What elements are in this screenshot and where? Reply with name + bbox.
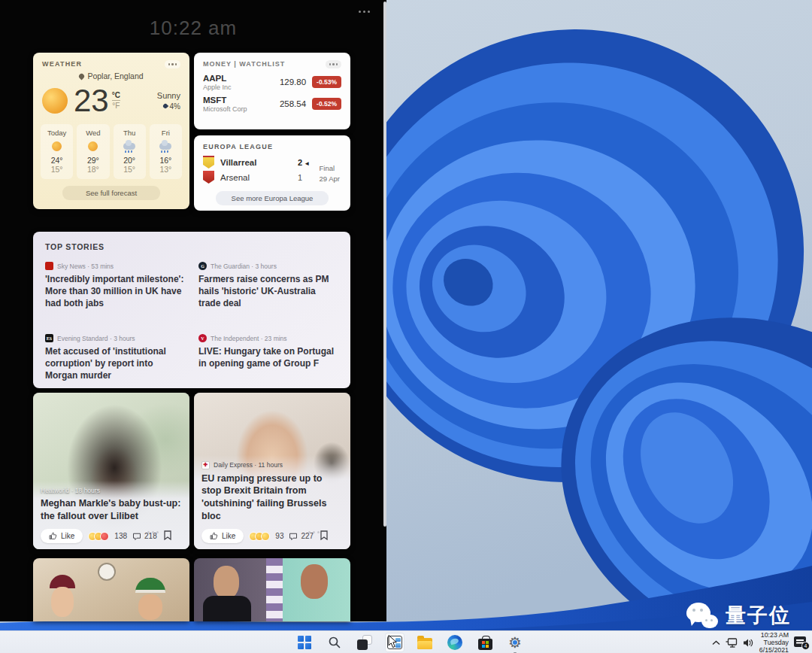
photo-figure — [301, 564, 328, 599]
weather-more-options-icon[interactable] — [165, 60, 181, 68]
tray-chevron-up-icon[interactable] — [712, 640, 720, 645]
story-item[interactable]: GThe Guardian · 3 hours Farmers raise co… — [198, 262, 338, 328]
news-card-partial[interactable] — [194, 558, 350, 621]
photo-backdrop — [266, 558, 283, 621]
tray-clock[interactable]: 10:23 AM Tuesday 6/15/2021 — [759, 631, 789, 653]
watermark-logo: 量子位 — [686, 602, 791, 629]
file-explorer-button[interactable] — [415, 633, 435, 652]
microsoft-store-icon — [478, 639, 492, 650]
tray-date: 6/15/2021 — [759, 646, 789, 653]
task-view-button[interactable] — [355, 633, 374, 652]
news-card-more-options-icon[interactable] — [308, 531, 320, 533]
news-meta: Heatworld · 18 hours — [41, 487, 182, 494]
see-full-forecast-button[interactable]: See full forecast — [62, 186, 160, 200]
weather-widget[interactable]: WEATHER Poplar, England 23 °C °F Sunny 4… — [33, 53, 189, 209]
forecast-day[interactable]: Thu 20° 15° — [114, 124, 146, 179]
stock-change-badge: -0.52% — [312, 98, 341, 110]
notification-center-button[interactable]: 4 — [794, 636, 807, 648]
reaction-emojis-icon[interactable] — [88, 532, 109, 541]
winner-marker-icon: ◄ — [304, 160, 310, 167]
match-status: Final 29 Apr — [320, 163, 340, 185]
comment-icon — [289, 532, 298, 541]
story-meta: The Guardian · 3 hours — [211, 263, 277, 270]
money-title: MONEY | WATCHLIST — [203, 60, 285, 68]
story-item[interactable]: Sky News · 53 mins 'Incredibly important… — [45, 262, 185, 328]
team-score: 2 — [298, 158, 302, 167]
forecast-day[interactable]: Wed 29° 18° — [77, 124, 109, 179]
guardian-icon: G — [198, 262, 207, 270]
story-headline: 'Incredibly important milestone': More t… — [45, 274, 185, 309]
stock-symbol: MSFT — [203, 96, 247, 105]
photo-figure — [203, 596, 251, 621]
stock-row[interactable]: MSFT Microsoft Corp 258.54 -0.52% — [194, 93, 350, 115]
like-button[interactable]: Like — [41, 529, 83, 543]
photo-figure — [138, 594, 162, 620]
like-button[interactable]: Like — [201, 529, 244, 543]
start-button[interactable] — [295, 633, 314, 652]
precip-value: 4% — [170, 102, 180, 111]
volume-icon[interactable] — [743, 638, 754, 648]
see-more-europa-league-button[interactable]: See more Europa League — [216, 191, 329, 205]
weather-condition: Sunny — [157, 91, 180, 100]
forecast-day[interactable]: Fri 16° 13° — [150, 124, 182, 179]
widgets-button[interactable] — [385, 633, 404, 652]
settings-button[interactable]: ⚙ — [505, 633, 525, 652]
precip-icon — [162, 103, 168, 109]
location-pin-icon — [78, 72, 86, 80]
team-name: Arsenal — [220, 173, 250, 182]
windows-logo-icon — [298, 636, 311, 649]
photo-clock — [98, 563, 116, 581]
widgets-panel: 10:22 am WEATHER Poplar, England 23 °C °… — [0, 0, 386, 621]
sky-news-icon — [45, 262, 53, 270]
gear-icon: ⚙ — [508, 635, 522, 650]
story-meta: Evening Standard · 3 hours — [57, 335, 135, 342]
story-item[interactable]: VThe Independent · 23 mins LIVE: Hungary… — [198, 334, 338, 388]
reaction-count: 93 — [275, 532, 283, 540]
unit-fahrenheit[interactable]: °F — [112, 101, 120, 110]
photo-figure — [135, 578, 165, 593]
panel-more-options-icon[interactable] — [359, 11, 370, 13]
daily-express-icon: ✚ — [201, 461, 210, 469]
story-headline: LIVE: Hungary take on Portugal in openin… — [198, 346, 338, 370]
news-card[interactable]: Heatworld · 18 hours Meghan Markle's bab… — [33, 393, 189, 549]
unit-celsius[interactable]: °C — [112, 91, 120, 101]
taskbar: ⚙ — [0, 630, 812, 653]
team-name: Villarreal — [220, 158, 256, 167]
news-headline: EU ramping pressure up to stop Brexit Br… — [201, 472, 343, 524]
news-headline: Meghan Markle's baby bust-up: the fallou… — [41, 497, 182, 523]
reaction-count: 138 — [114, 532, 127, 540]
stock-row[interactable]: AAPL Apple Inc 129.80 -0.53% — [194, 71, 350, 93]
money-widget[interactable]: MONEY | WATCHLIST AAPL Apple Inc 129.80 … — [194, 53, 350, 129]
evening-standard-icon: ES — [45, 334, 53, 342]
store-button[interactable] — [475, 633, 495, 652]
money-more-options-icon[interactable] — [326, 60, 342, 68]
villarreal-crest-icon — [203, 156, 214, 169]
search-button[interactable] — [325, 633, 344, 652]
folder-icon — [417, 638, 432, 649]
wechat-bubbles-icon — [686, 603, 720, 628]
network-icon[interactable] — [726, 638, 738, 648]
top-stories-widget[interactable]: TOP STORIES Sky News · 53 mins 'Incredib… — [33, 232, 350, 388]
reaction-emojis-icon[interactable] — [249, 532, 270, 541]
rain-icon — [159, 143, 171, 150]
sunny-icon — [88, 141, 98, 151]
story-item[interactable]: ESEvening Standard · 3 hours Met accused… — [45, 334, 185, 388]
sports-title: EUROPA LEAGUE — [194, 135, 350, 153]
news-meta: Daily Express · 11 hours — [214, 461, 283, 469]
forecast-day[interactable]: Today 24° 15° — [41, 124, 73, 179]
news-card-partial[interactable] — [33, 558, 189, 621]
photo-figure — [214, 566, 239, 599]
sports-widget[interactable]: EUROPA LEAGUE Villarreal 2◄ Arsenal 1 Fi… — [194, 135, 350, 211]
stock-name: Apple Inc — [203, 84, 232, 91]
photo-figure — [51, 587, 74, 617]
stock-price: 129.80 — [280, 77, 306, 87]
bookmark-icon[interactable] — [164, 530, 171, 543]
edge-button[interactable] — [445, 633, 465, 652]
sun-icon — [42, 88, 68, 114]
bookmark-icon[interactable] — [320, 530, 328, 543]
panel-scrollbar[interactable] — [383, 2, 386, 527]
news-card-more-options-icon[interactable] — [147, 531, 159, 533]
arsenal-crest-icon — [203, 171, 214, 184]
news-card[interactable]: ✚Daily Express · 11 hours EU ramping pre… — [194, 393, 350, 549]
notification-badge: 4 — [801, 642, 810, 650]
